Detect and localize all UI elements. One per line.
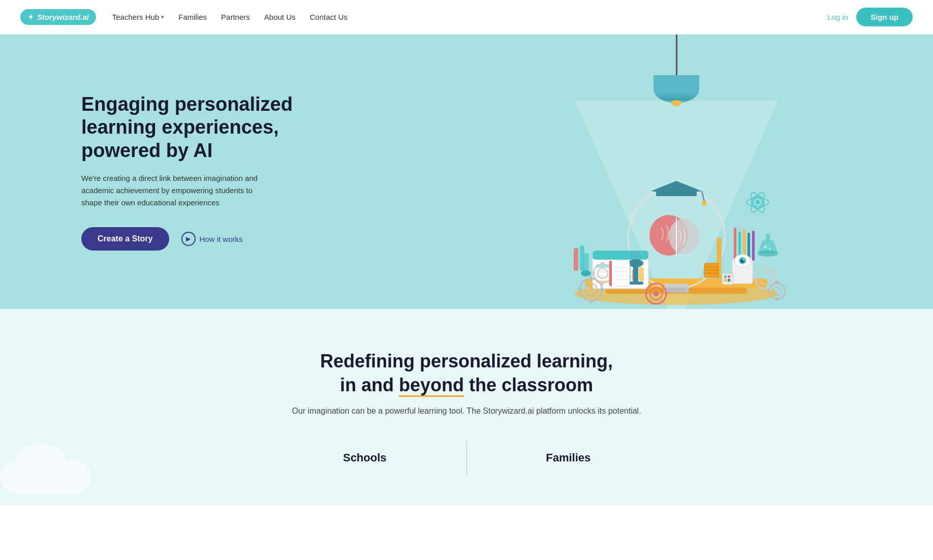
svg-rect-29: [601, 282, 604, 285]
hero-content: Engaging personalized learning experienc…: [0, 63, 325, 282]
svg-rect-14: [593, 251, 648, 260]
svg-rect-97: [724, 279, 727, 282]
svg-rect-76: [704, 266, 719, 268]
hero-subtitle: We're creating a direct link between ima…: [81, 172, 274, 209]
svg-rect-66: [754, 277, 757, 280]
cloud-left-decoration: [0, 459, 91, 495]
svg-rect-78: [704, 272, 719, 274]
section2: Redefining personalized learning, in and…: [0, 309, 933, 505]
svg-rect-34: [589, 276, 593, 280]
families-title: Families: [487, 451, 650, 464]
svg-rect-39: [734, 228, 736, 261]
svg-point-82: [632, 252, 640, 260]
svg-rect-43: [752, 231, 755, 261]
nav-link-about-us[interactable]: About Us: [264, 13, 296, 21]
svg-rect-89: [609, 261, 612, 286]
svg-rect-67: [773, 277, 776, 280]
svg-rect-95: [724, 275, 727, 278]
navbar-left: ✦ Storywizard.ai Teachers Hub ▾ Families…: [20, 9, 348, 25]
beyond-highlight: beyond: [399, 375, 464, 397]
svg-rect-70: [775, 281, 779, 284]
svg-rect-88: [609, 261, 630, 286]
nav-link-teachers-hub[interactable]: Teachers Hub ▾: [112, 13, 165, 21]
svg-rect-71: [775, 297, 779, 300]
login-button[interactable]: Log in: [827, 13, 848, 21]
svg-point-23: [581, 270, 591, 276]
hero-actions: Create a Story ▶ How it works: [81, 227, 305, 251]
svg-rect-30: [592, 272, 595, 275]
svg-rect-94: [722, 273, 733, 285]
svg-point-86: [764, 245, 767, 248]
svg-rect-84: [766, 234, 770, 241]
section2-title: Redefining personalized learning, in and…: [20, 350, 913, 397]
svg-point-85: [758, 251, 778, 257]
navbar-right: Log in Sign up: [827, 8, 913, 26]
svg-rect-81: [628, 282, 643, 285]
section2-col-families: Families: [467, 441, 670, 475]
hero-title: Engaging personalized learning experienc…: [81, 93, 305, 163]
svg-point-87: [769, 248, 771, 250]
nav-link-families[interactable]: Families: [178, 13, 207, 21]
hero-illustration: [420, 35, 933, 309]
section2-columns: Schools Families: [263, 441, 670, 475]
svg-rect-37: [600, 288, 604, 291]
svg-rect-96: [728, 275, 730, 278]
svg-rect-77: [704, 269, 719, 271]
svg-rect-35: [589, 299, 593, 303]
nav-link-partners[interactable]: Partners: [221, 13, 250, 21]
svg-rect-21: [639, 267, 644, 281]
logo-star-icon: ✦: [27, 12, 34, 22]
nav-links: Teachers Hub ▾ Families Partners About U…: [112, 13, 348, 21]
svg-rect-64: [764, 267, 767, 270]
dropdown-arrow-icon: ▾: [161, 14, 164, 20]
svg-point-80: [628, 259, 643, 267]
how-it-works-button[interactable]: ▶ How it works: [181, 232, 243, 246]
hero-section: Engaging personalized learning experienc…: [0, 35, 933, 309]
svg-rect-24: [574, 248, 578, 271]
svg-point-7: [669, 219, 699, 254]
svg-rect-98: [728, 279, 730, 282]
svg-rect-36: [578, 288, 582, 291]
svg-point-61: [743, 259, 744, 261]
svg-rect-65: [764, 287, 767, 290]
logo-text: Storywizard.ai: [37, 13, 89, 21]
illus-svg-wrap: [420, 60, 933, 309]
svg-rect-5: [665, 288, 688, 293]
svg-rect-25: [580, 245, 584, 271]
navbar: ✦ Storywizard.ai Teachers Hub ▾ Families…: [0, 0, 933, 35]
nav-link-contact-us[interactable]: Contact Us: [310, 13, 348, 21]
signup-button[interactable]: Sign up: [856, 8, 913, 26]
section2-col-schools: Schools: [263, 441, 467, 475]
svg-point-74: [654, 291, 659, 296]
logo[interactable]: ✦ Storywizard.ai: [20, 9, 96, 25]
how-it-works-label: How it works: [200, 235, 243, 243]
svg-point-57: [756, 200, 760, 204]
hero-svg: [554, 106, 798, 309]
create-story-button[interactable]: Create a Story: [81, 227, 169, 251]
section2-subtitle: Our imagination can be a powerful learni…: [20, 407, 913, 416]
svg-point-12: [702, 201, 707, 206]
play-icon: ▶: [181, 232, 196, 246]
schools-title: Schools: [284, 451, 446, 464]
svg-rect-28: [601, 262, 604, 265]
